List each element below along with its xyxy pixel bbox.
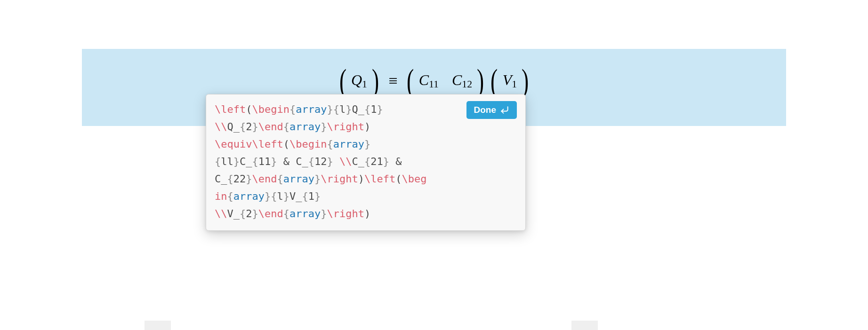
- equation-cell: C11: [419, 71, 439, 91]
- latex-token: }: [271, 156, 277, 167]
- latex-editor-popover: Done \left(\begin{array}{l}Q_{1}\\Q_{2}\…: [206, 94, 526, 231]
- latex-token: C_: [215, 173, 227, 185]
- latex-token: }: [321, 121, 327, 133]
- latex-line: in{array}{l}V_{1}: [215, 188, 451, 205]
- latex-token: 22: [233, 173, 246, 185]
- paren-right-icon: ): [372, 66, 379, 95]
- latex-token: }: [346, 103, 352, 115]
- latex-token: {: [327, 138, 333, 150]
- latex-token: in: [215, 190, 227, 202]
- latex-token: 2: [246, 121, 252, 133]
- latex-line: \\Q_{2}\end{array}\right): [215, 118, 451, 136]
- latex-token: & C_: [277, 156, 308, 167]
- latex-token: [333, 156, 339, 167]
- latex-token: {: [289, 103, 296, 115]
- latex-token: 12: [314, 156, 327, 167]
- equiv-symbol: ≡: [388, 72, 397, 90]
- latex-token: l: [277, 190, 283, 202]
- paren-left-icon: (: [490, 66, 498, 95]
- latex-token: l: [339, 103, 346, 115]
- latex-token: {: [308, 156, 314, 167]
- latex-token: 1: [370, 103, 377, 115]
- latex-token: }: [377, 103, 383, 115]
- latex-token: \\: [215, 208, 227, 220]
- margin-handle-right[interactable]: [571, 321, 598, 330]
- latex-token: array: [233, 190, 265, 202]
- equation-cell: Q1: [351, 71, 367, 91]
- latex-token: {: [364, 156, 370, 167]
- latex-token: {: [277, 173, 283, 185]
- latex-source-input[interactable]: \left(\begin{array}{l}Q_{1}\\Q_{2}\end{a…: [215, 101, 517, 223]
- latex-token: }: [364, 138, 370, 150]
- latex-token: {: [283, 208, 289, 220]
- latex-token: {: [302, 190, 308, 202]
- latex-token: array: [296, 103, 327, 115]
- latex-token: {: [227, 190, 233, 202]
- latex-token: {: [364, 103, 370, 115]
- latex-token: {: [227, 173, 233, 185]
- latex-token: {: [283, 121, 289, 133]
- latex-token: }: [314, 190, 321, 202]
- latex-token: {: [240, 208, 246, 220]
- latex-token: 21: [370, 156, 383, 167]
- latex-token: Q_: [227, 121, 240, 133]
- latex-token: 11: [258, 156, 271, 167]
- latex-token: \left: [215, 103, 246, 115]
- latex-token: \\: [215, 121, 227, 133]
- latex-token: array: [333, 138, 364, 150]
- latex-token: \end: [252, 173, 277, 185]
- latex-token: \left: [364, 173, 395, 185]
- latex-token: }: [321, 208, 327, 220]
- latex-token: \end: [258, 121, 283, 133]
- latex-token: }: [327, 156, 333, 167]
- latex-token: }{: [327, 103, 339, 115]
- rendered-equation: ( Q1 ) ≡ ( C11 C12 ) ( V1 ): [0, 66, 868, 95]
- latex-token: (: [395, 173, 402, 185]
- latex-token: {: [215, 156, 221, 167]
- latex-line: \\V_{2}\end{array}\right): [215, 205, 451, 223]
- latex-token: V_: [289, 190, 302, 202]
- latex-token: (: [246, 103, 252, 115]
- latex-token: {: [252, 156, 258, 167]
- paren-left-icon: (: [407, 66, 414, 95]
- latex-token: Q_: [352, 103, 364, 115]
- latex-token: C_: [240, 156, 252, 167]
- latex-token: \begin: [252, 103, 289, 115]
- equation-cell: V1: [503, 71, 517, 91]
- margin-handle-left[interactable]: [145, 321, 171, 330]
- latex-token: \begin: [289, 138, 327, 150]
- bottom-gutter: [0, 311, 868, 330]
- latex-token: \\: [339, 156, 352, 167]
- return-icon: [500, 105, 509, 115]
- latex-token: }: [283, 190, 289, 202]
- latex-token: C_: [352, 156, 364, 167]
- latex-token: }: [233, 156, 240, 167]
- latex-token: }: [314, 173, 321, 185]
- latex-token: \right: [321, 173, 358, 185]
- latex-line: C_{22}\end{array}\right)\left(\beg: [215, 171, 451, 188]
- latex-line: \equiv\left(\begin{array}: [215, 136, 451, 153]
- latex-token: \equiv\left: [215, 138, 283, 150]
- paren-right-icon: ): [522, 66, 529, 95]
- latex-token: 2: [246, 208, 252, 220]
- latex-token: ): [364, 208, 370, 220]
- done-button[interactable]: Done: [466, 101, 517, 119]
- latex-token: \end: [258, 208, 283, 220]
- latex-token: \right: [327, 208, 364, 220]
- latex-line: {ll}C_{11} & C_{12} \\C_{21} &: [215, 153, 451, 171]
- latex-token: }{: [265, 190, 277, 202]
- latex-line: \left(\begin{array}{l}Q_{1}: [215, 101, 451, 118]
- latex-token: array: [289, 208, 321, 220]
- latex-token: ll: [221, 156, 233, 167]
- paren-left-icon: (: [339, 66, 346, 95]
- done-button-label: Done: [474, 105, 497, 115]
- equation-cell: C12: [452, 71, 472, 91]
- latex-token: }: [246, 173, 252, 185]
- latex-token: (: [283, 138, 289, 150]
- latex-token: &: [389, 156, 402, 167]
- latex-token: ): [358, 173, 364, 185]
- latex-token: array: [289, 121, 321, 133]
- latex-token: \beg: [402, 173, 426, 185]
- latex-token: {: [240, 121, 246, 133]
- latex-token: }: [383, 156, 389, 167]
